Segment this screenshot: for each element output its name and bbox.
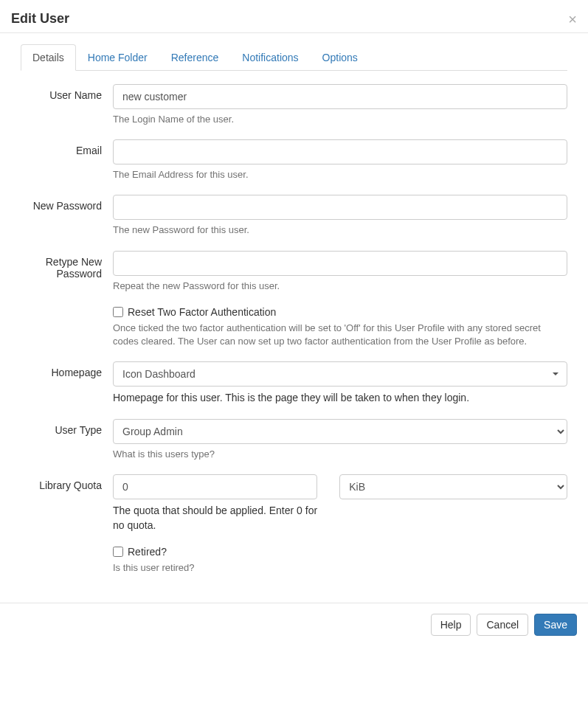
row-username: User Name The Login Name of the user.	[21, 84, 567, 126]
input-email[interactable]	[113, 139, 567, 164]
label-new-password: New Password	[21, 195, 113, 237]
tab-details[interactable]: Details	[21, 44, 76, 71]
select-quota-unit[interactable]: KiB	[339, 474, 567, 499]
tab-options[interactable]: Options	[311, 44, 370, 71]
checkbox-reset-2fa[interactable]	[113, 307, 123, 317]
label-reset-2fa[interactable]: Reset Two Factor Authentication	[128, 306, 276, 318]
row-email: Email The Email Address for this user.	[21, 139, 567, 181]
row-library-quota: Library Quota The quota that should be a…	[21, 474, 567, 533]
help-username: The Login Name of the user.	[113, 113, 567, 126]
help-reset-2fa: Once ticked the two factor authenticatio…	[113, 322, 567, 348]
row-reset-2fa: Reset Two Factor Authentication Once tic…	[21, 306, 567, 348]
cancel-button[interactable]: Cancel	[477, 614, 528, 636]
select-homepage[interactable]	[113, 361, 567, 387]
row-new-password: New Password The new Password for this u…	[21, 195, 567, 237]
checkbox-retired[interactable]	[113, 547, 123, 557]
modal-title: Edit User	[11, 11, 69, 27]
input-username[interactable]	[113, 84, 567, 109]
help-button[interactable]: Help	[431, 614, 471, 636]
tab-reference[interactable]: Reference	[159, 44, 231, 71]
tab-home-folder[interactable]: Home Folder	[76, 44, 159, 71]
select-user-type[interactable]: Group Admin	[113, 419, 567, 444]
row-retype-password: Retype New Password Repeat the new Passw…	[21, 251, 567, 293]
input-library-quota[interactable]	[113, 474, 317, 499]
help-library-quota: The quota that should be applied. Enter …	[113, 504, 317, 533]
label-user-type: User Type	[21, 419, 113, 461]
modal-footer: Help Cancel Save	[0, 603, 588, 646]
help-retype-password: Repeat the new Password for this user.	[113, 280, 567, 293]
close-icon[interactable]: ×	[568, 12, 577, 27]
help-user-type: What is this users type?	[113, 448, 567, 461]
help-new-password: The new Password for this user.	[113, 223, 567, 237]
label-username: User Name	[21, 84, 113, 126]
row-retired: Retired? Is this user retired?	[21, 546, 567, 575]
modal-header: Edit User ×	[0, 0, 588, 33]
save-button[interactable]: Save	[534, 614, 577, 636]
help-homepage: Homepage for this user. This is the page…	[113, 391, 567, 406]
help-retired: Is this user retired?	[113, 561, 567, 575]
row-homepage: Homepage Homepage for this user. This is…	[21, 361, 567, 406]
tab-notifications[interactable]: Notifications	[230, 44, 310, 71]
tab-list: Details Home Folder Reference Notificati…	[21, 44, 567, 71]
input-new-password[interactable]	[113, 195, 567, 220]
label-retype-password: Retype New Password	[21, 251, 113, 293]
modal-body: Details Home Folder Reference Notificati…	[0, 33, 588, 603]
label-homepage: Homepage	[21, 361, 113, 406]
label-email: Email	[21, 139, 113, 181]
label-library-quota: Library Quota	[21, 474, 113, 533]
input-retype-password[interactable]	[113, 251, 567, 276]
help-email: The Email Address for this user.	[113, 168, 567, 181]
label-retired[interactable]: Retired?	[128, 546, 167, 558]
row-user-type: User Type Group Admin What is this users…	[21, 419, 567, 461]
